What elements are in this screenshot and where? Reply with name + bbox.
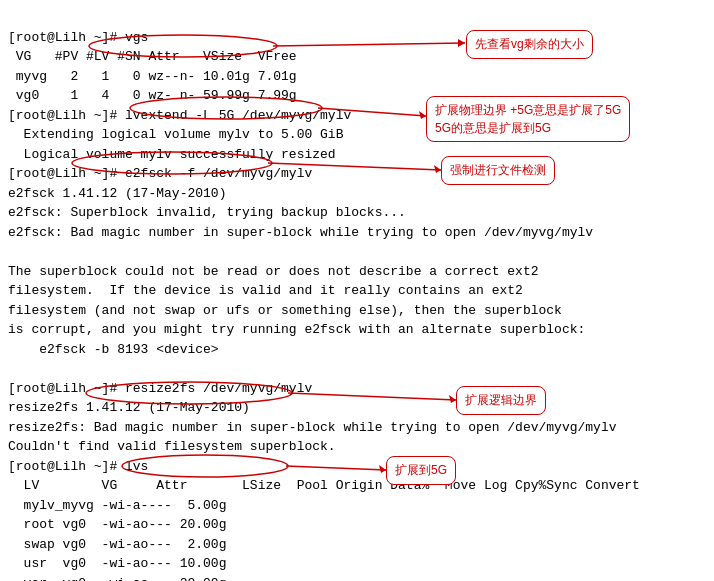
line-18 (8, 359, 706, 379)
line-12 (8, 242, 706, 262)
line-11: e2fsck: Bad magic number in super-block … (8, 223, 706, 243)
terminal-container: 先查看vg剩余的大小 扩展物理边界 +5G意思是扩展了5G 5G的意思是扩展到5… (8, 8, 706, 581)
line-26: root vg0 -wi-ao--- 20.00g (8, 515, 706, 535)
line-8: [root@Lilh ~]# e2fsck -f /dev/myvg/mylv (8, 164, 706, 184)
prompt-1: [root@Lilh ~]# vgs (8, 30, 148, 45)
line-22: Couldn't find valid filesystem superbloc… (8, 437, 706, 457)
line-15: filesystem (and not swap or ufs or somet… (8, 301, 706, 321)
annotation-3: 强制进行文件检测 (441, 156, 555, 185)
line-20: resize2fs 1.41.12 (17-May-2010) (8, 398, 706, 418)
line-2: VG #PV #LV #SN Attr VSize VFree (8, 47, 706, 67)
line-3: myvg 2 1 0 wz--n- 10.01g 7.01g (8, 67, 706, 87)
line-7: Logical volume mylv successfully resized (8, 145, 706, 165)
annotation-4: 扩展逻辑边界 (456, 386, 546, 415)
line-19: [root@Lilh ~]# resize2fs /dev/myvg/mylv (8, 379, 706, 399)
annotation-1: 先查看vg剩余的大小 (466, 30, 593, 59)
line-27: swap vg0 -wi-ao--- 2.00g (8, 535, 706, 555)
annotation-2: 扩展物理边界 +5G意思是扩展了5G 5G的意思是扩展到5G (426, 96, 630, 142)
line-24: LV VG Attr LSize Pool Origin Data% Move … (8, 476, 706, 496)
line-23: [root@Lilh ~]# lvs (8, 457, 706, 477)
line-21: resize2fs: Bad magic number in super-blo… (8, 418, 706, 438)
terminal-output: [root@Lilh ~]# vgs VG #PV #LV #SN Attr V… (8, 8, 706, 581)
line-14: filesystem. If the device is valid and i… (8, 281, 706, 301)
annotation-5: 扩展到5G (386, 456, 456, 485)
line-17: e2fsck -b 8193 <device> (8, 340, 706, 360)
line-13: The superblock could not be read or does… (8, 262, 706, 282)
line-10: e2fsck: Superblock invalid, trying backu… (8, 203, 706, 223)
line-29: var vg0 -wi-ao--- 20.00g (8, 574, 706, 582)
line-25: mylv_myvg -wi-a---- 5.00g (8, 496, 706, 516)
line-16: is corrupt, and you might try running e2… (8, 320, 706, 340)
line-28: usr vg0 -wi-ao--- 10.00g (8, 554, 706, 574)
line-1: [root@Lilh ~]# vgs (8, 28, 706, 48)
line-9: e2fsck 1.41.12 (17-May-2010) (8, 184, 706, 204)
